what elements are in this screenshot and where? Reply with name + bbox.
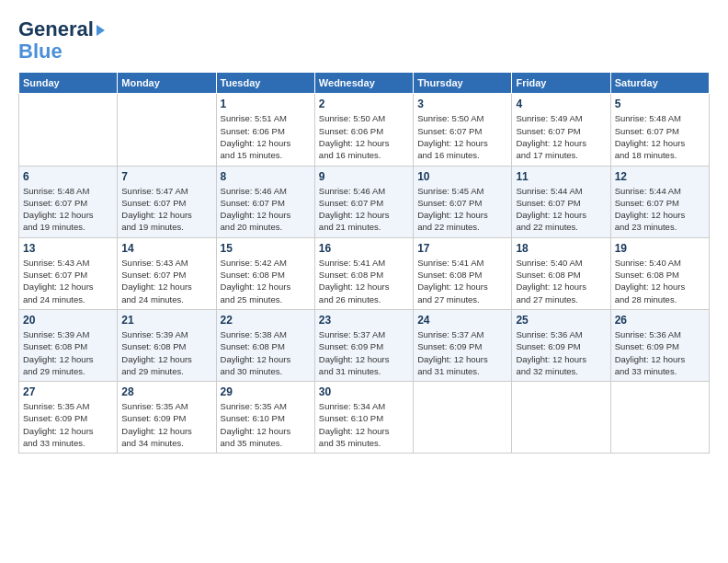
day-info: Sunrise: 5:48 AMSunset: 6:07 PMDaylight:… — [23, 185, 113, 234]
day-number: 22 — [221, 314, 311, 327]
weekday-header: Thursday — [414, 73, 512, 94]
day-info: Sunrise: 5:35 AMSunset: 6:09 PMDaylight:… — [23, 400, 113, 449]
weekday-header: Wednesday — [314, 73, 413, 94]
day-number: 11 — [516, 170, 606, 183]
logo-flag-icon — [97, 25, 105, 36]
day-number: 14 — [121, 242, 211, 255]
day-info: Sunrise: 5:35 AMSunset: 6:09 PMDaylight:… — [121, 400, 211, 449]
day-number: 6 — [23, 170, 113, 183]
calendar-header-row: SundayMondayTuesdayWednesdayThursdayFrid… — [19, 73, 710, 94]
calendar-cell: 13Sunrise: 5:43 AMSunset: 6:07 PMDayligh… — [19, 237, 118, 309]
day-number: 4 — [516, 98, 606, 110]
calendar-cell: 20Sunrise: 5:39 AMSunset: 6:08 PMDayligh… — [19, 309, 118, 381]
calendar-cell: 27Sunrise: 5:35 AMSunset: 6:09 PMDayligh… — [19, 382, 118, 454]
calendar-cell — [118, 94, 216, 166]
day-number: 29 — [221, 385, 311, 398]
day-number: 1 — [221, 98, 311, 110]
calendar-cell: 6Sunrise: 5:48 AMSunset: 6:07 PMDaylight… — [19, 166, 118, 237]
day-info: Sunrise: 5:37 AMSunset: 6:09 PMDaylight:… — [417, 328, 507, 377]
day-info: Sunrise: 5:51 AMSunset: 6:06 PMDaylight:… — [221, 112, 311, 161]
weekday-header: Friday — [512, 73, 610, 94]
calendar-cell: 3Sunrise: 5:50 AMSunset: 6:07 PMDaylight… — [414, 94, 512, 166]
calendar-cell: 26Sunrise: 5:36 AMSunset: 6:09 PMDayligh… — [610, 309, 709, 381]
weekday-header: Sunday — [19, 73, 118, 94]
day-info: Sunrise: 5:40 AMSunset: 6:08 PMDaylight:… — [516, 257, 606, 305]
day-info: Sunrise: 5:49 AMSunset: 6:07 PMDaylight:… — [516, 112, 606, 161]
day-info: Sunrise: 5:48 AMSunset: 6:07 PMDaylight:… — [615, 112, 705, 161]
day-number: 24 — [417, 314, 507, 327]
calendar-cell: 1Sunrise: 5:51 AMSunset: 6:06 PMDaylight… — [216, 94, 314, 166]
day-info: Sunrise: 5:37 AMSunset: 6:09 PMDaylight:… — [319, 328, 409, 377]
calendar-table: SundayMondayTuesdayWednesdayThursdayFrid… — [18, 72, 710, 454]
calendar-week-row: 1Sunrise: 5:51 AMSunset: 6:06 PMDaylight… — [19, 94, 710, 166]
day-info: Sunrise: 5:41 AMSunset: 6:08 PMDaylight:… — [319, 257, 409, 305]
calendar-cell — [414, 382, 512, 454]
calendar-cell: 11Sunrise: 5:44 AMSunset: 6:07 PMDayligh… — [512, 166, 610, 237]
day-number: 26 — [615, 314, 705, 327]
calendar-cell: 29Sunrise: 5:35 AMSunset: 6:10 PMDayligh… — [216, 382, 314, 454]
calendar-cell: 25Sunrise: 5:36 AMSunset: 6:09 PMDayligh… — [512, 309, 610, 381]
day-info: Sunrise: 5:43 AMSunset: 6:07 PMDaylight:… — [121, 257, 211, 305]
weekday-header: Tuesday — [216, 73, 314, 94]
calendar-week-row: 20Sunrise: 5:39 AMSunset: 6:08 PMDayligh… — [19, 309, 710, 381]
logo-general: General — [18, 17, 94, 40]
day-info: Sunrise: 5:36 AMSunset: 6:09 PMDaylight:… — [516, 328, 606, 377]
day-info: Sunrise: 5:40 AMSunset: 6:08 PMDaylight:… — [615, 257, 705, 305]
calendar-week-row: 27Sunrise: 5:35 AMSunset: 6:09 PMDayligh… — [19, 382, 710, 454]
day-number: 21 — [121, 314, 211, 327]
calendar-cell: 5Sunrise: 5:48 AMSunset: 6:07 PMDaylight… — [610, 94, 709, 166]
calendar-cell: 10Sunrise: 5:45 AMSunset: 6:07 PMDayligh… — [414, 166, 512, 237]
day-info: Sunrise: 5:43 AMSunset: 6:07 PMDaylight:… — [23, 257, 113, 305]
calendar-cell: 21Sunrise: 5:39 AMSunset: 6:08 PMDayligh… — [118, 309, 216, 381]
calendar-cell: 7Sunrise: 5:47 AMSunset: 6:07 PMDaylight… — [118, 166, 216, 237]
calendar-cell: 14Sunrise: 5:43 AMSunset: 6:07 PMDayligh… — [118, 237, 216, 309]
day-number: 13 — [23, 242, 113, 255]
day-info: Sunrise: 5:44 AMSunset: 6:07 PMDaylight:… — [516, 185, 606, 234]
weekday-header: Monday — [118, 73, 216, 94]
day-info: Sunrise: 5:44 AMSunset: 6:07 PMDaylight:… — [615, 185, 705, 234]
day-info: Sunrise: 5:38 AMSunset: 6:08 PMDaylight:… — [221, 328, 311, 377]
logo: General Blue — [18, 18, 105, 63]
day-number: 7 — [121, 170, 211, 183]
day-info: Sunrise: 5:50 AMSunset: 6:07 PMDaylight:… — [417, 112, 507, 161]
day-info: Sunrise: 5:39 AMSunset: 6:08 PMDaylight:… — [121, 328, 211, 377]
logo-blue: Blue — [18, 40, 63, 63]
calendar-cell: 17Sunrise: 5:41 AMSunset: 6:08 PMDayligh… — [414, 237, 512, 309]
day-number: 20 — [23, 314, 113, 327]
calendar-cell: 9Sunrise: 5:46 AMSunset: 6:07 PMDaylight… — [314, 166, 413, 237]
day-number: 5 — [615, 98, 705, 110]
calendar-cell: 18Sunrise: 5:40 AMSunset: 6:08 PMDayligh… — [512, 237, 610, 309]
day-number: 18 — [516, 242, 606, 255]
calendar-cell — [610, 382, 709, 454]
calendar-cell: 22Sunrise: 5:38 AMSunset: 6:08 PMDayligh… — [216, 309, 314, 381]
calendar-cell: 23Sunrise: 5:37 AMSunset: 6:09 PMDayligh… — [314, 309, 413, 381]
day-number: 10 — [417, 170, 507, 183]
calendar-cell: 30Sunrise: 5:34 AMSunset: 6:10 PMDayligh… — [314, 382, 413, 454]
calendar-cell: 19Sunrise: 5:40 AMSunset: 6:08 PMDayligh… — [610, 237, 709, 309]
day-info: Sunrise: 5:35 AMSunset: 6:10 PMDaylight:… — [221, 400, 311, 449]
day-number: 25 — [516, 314, 606, 327]
day-info: Sunrise: 5:42 AMSunset: 6:08 PMDaylight:… — [221, 257, 311, 305]
weekday-header: Saturday — [610, 73, 709, 94]
calendar-cell — [19, 94, 118, 166]
calendar-cell: 24Sunrise: 5:37 AMSunset: 6:09 PMDayligh… — [414, 309, 512, 381]
calendar-week-row: 13Sunrise: 5:43 AMSunset: 6:07 PMDayligh… — [19, 237, 710, 309]
day-info: Sunrise: 5:39 AMSunset: 6:08 PMDaylight:… — [23, 328, 113, 377]
day-info: Sunrise: 5:47 AMSunset: 6:07 PMDaylight:… — [121, 185, 211, 234]
calendar-cell: 12Sunrise: 5:44 AMSunset: 6:07 PMDayligh… — [610, 166, 709, 237]
day-number: 19 — [615, 242, 705, 255]
day-info: Sunrise: 5:46 AMSunset: 6:07 PMDaylight:… — [221, 185, 311, 234]
calendar-week-row: 6Sunrise: 5:48 AMSunset: 6:07 PMDaylight… — [19, 166, 710, 237]
day-info: Sunrise: 5:46 AMSunset: 6:07 PMDaylight:… — [319, 185, 409, 234]
day-number: 2 — [319, 98, 409, 110]
calendar-cell: 8Sunrise: 5:46 AMSunset: 6:07 PMDaylight… — [216, 166, 314, 237]
day-info: Sunrise: 5:41 AMSunset: 6:08 PMDaylight:… — [417, 257, 507, 305]
calendar-cell: 28Sunrise: 5:35 AMSunset: 6:09 PMDayligh… — [118, 382, 216, 454]
day-info: Sunrise: 5:50 AMSunset: 6:06 PMDaylight:… — [319, 112, 409, 161]
calendar-cell — [512, 382, 610, 454]
calendar-cell: 4Sunrise: 5:49 AMSunset: 6:07 PMDaylight… — [512, 94, 610, 166]
day-number: 27 — [23, 385, 113, 398]
day-info: Sunrise: 5:36 AMSunset: 6:09 PMDaylight:… — [615, 328, 705, 377]
day-number: 16 — [319, 242, 409, 255]
calendar-cell: 15Sunrise: 5:42 AMSunset: 6:08 PMDayligh… — [216, 237, 314, 309]
